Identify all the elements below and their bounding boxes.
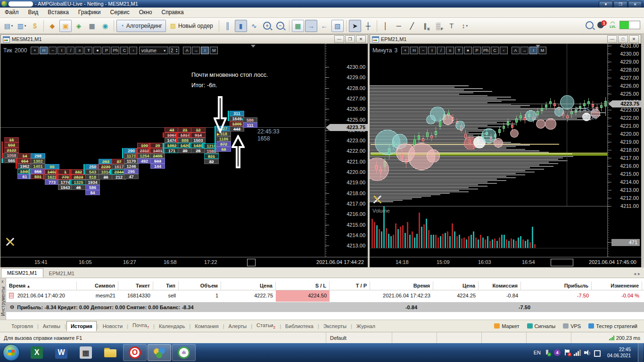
- search-icon[interactable]: [586, 21, 594, 29]
- show-desktop-button[interactable]: [638, 343, 643, 362]
- collapse-icon[interactable]: ⊖: [6, 304, 17, 310]
- column-header-6[interactable]: S / L: [276, 281, 330, 290]
- taskbar-app-opera[interactable]: O: [123, 344, 147, 361]
- candles-chart-button[interactable]: ▮: [235, 20, 247, 32]
- quick-tools-icon[interactable]: [5, 237, 15, 247]
- right-chart-toolbar-btn-M[interactable]: M: [538, 47, 546, 54]
- left-chart-toolbar-tool-+[interactable]: +: [31, 47, 39, 54]
- chart-shift-button[interactable]: ←: [318, 20, 330, 32]
- arrows-tool-button[interactable]: ↕▾: [459, 20, 471, 32]
- right-chart-toolbar-tool-−[interactable]: −: [419, 47, 427, 54]
- taskbar-app-stats[interactable]: ılı: [172, 344, 196, 361]
- right-chart-volume-pane[interactable]: Volume: [370, 206, 607, 257]
- toolbox-tab-Новости[interactable]: Новости: [99, 321, 127, 331]
- news-button[interactable]: ◈: [73, 20, 85, 32]
- network-signal-icon[interactable]: [574, 349, 580, 356]
- vps-cloud-button[interactable]: VPS: [559, 323, 585, 329]
- fibonacci-button[interactable]: ▒F: [432, 20, 445, 32]
- column-header-9[interactable]: Цена: [433, 281, 479, 290]
- right-chart-minimize-icon[interactable]: —: [607, 35, 617, 43]
- bars-chart-button[interactable]: ║: [222, 20, 234, 32]
- column-header-12[interactable]: Изменение: [592, 281, 642, 290]
- left-chart-toolbar-btn-M[interactable]: M: [210, 47, 218, 54]
- right-chart-toolbar-tool-●[interactable]: ●: [464, 47, 472, 54]
- left-chart-toolbar-tool-I[interactable]: I: [58, 47, 66, 54]
- left-chart-toolbar-tool-Ŧ[interactable]: Ŧ: [84, 47, 92, 54]
- status-profile[interactable]: Default: [326, 332, 392, 343]
- right-chart-toolbar-tool-‹[interactable]: ‹: [500, 47, 508, 54]
- toolbox-tab-Активы[interactable]: Активы: [39, 321, 64, 331]
- left-chart-toolbar-btn-→[interactable]: →: [192, 47, 200, 54]
- tab-scroll-right-icon[interactable]: ▸: [638, 271, 640, 276]
- right-chart-toolbar-tool-P[interactable]: P: [473, 47, 481, 54]
- taskbar-app-metatrader[interactable]: [148, 344, 171, 361]
- profiles-button[interactable]: ▥▾: [16, 20, 28, 32]
- trendline-button[interactable]: ╱: [406, 20, 418, 32]
- right-chart-toolbar-tool-+[interactable]: +: [401, 47, 409, 54]
- depth-of-market-button[interactable]: ◆: [46, 20, 58, 32]
- menu-item-Графики[interactable]: Графики: [74, 8, 106, 17]
- taskbar-app-word[interactable]: W: [50, 344, 73, 361]
- left-chart-close-icon[interactable]: ✕: [356, 35, 366, 43]
- left-chart-restore-icon[interactable]: ❐: [345, 35, 355, 43]
- market-button[interactable]: Маркет: [490, 323, 523, 329]
- language-indicator[interactable]: EN: [534, 350, 541, 355]
- right-chart-toolbar-tool-/[interactable]: /: [437, 47, 445, 54]
- left-chart-price-scale[interactable]: 4230.004229.004228.004227.004226.004225.…: [325, 44, 368, 257]
- menu-item-Окно[interactable]: Окно: [134, 8, 157, 17]
- network-plug-icon[interactable]: [594, 349, 600, 356]
- left-chart-toolbar-tool-Ph[interactable]: Ph: [111, 47, 119, 54]
- status-latency[interactable]: 200.23 ms: [590, 332, 644, 343]
- quick-tools-icon[interactable]: [372, 195, 382, 204]
- lvl-indicator-icon[interactable]: ◠ LVL: [610, 22, 616, 28]
- column-header-8[interactable]: Время: [370, 281, 433, 290]
- toolbox-tab-Библиотека[interactable]: Библиотека: [281, 321, 317, 331]
- column-header-4[interactable]: Объем: [179, 281, 221, 290]
- column-header-11[interactable]: Прибыль: [521, 281, 592, 290]
- column-header-2[interactable]: Тикет: [118, 281, 153, 290]
- menu-item-Вставка[interactable]: Вставка: [43, 8, 74, 17]
- market-bag-button[interactable]: ▣: [59, 20, 72, 32]
- toolbox-tab-Компания[interactable]: Компания: [191, 321, 222, 331]
- right-chart-toolbar-tool-I[interactable]: I: [428, 47, 436, 54]
- left-chart-toolbar-tool-●[interactable]: ●: [93, 47, 101, 54]
- window-tab-mesm21[interactable]: MESM21,M1: [1, 268, 43, 278]
- new-order-button[interactable]: ▨Новый ордер: [167, 20, 216, 32]
- crosshair-button[interactable]: ┼: [362, 20, 374, 32]
- action-flag-icon[interactable]: ✕: [564, 349, 570, 356]
- signals-button[interactable]: ◉: [99, 20, 111, 32]
- strategy-tester-button[interactable]: Тестер стратегий: [585, 323, 641, 329]
- left-chart-titlebar[interactable]: MESM21,M1 — ❐ ✕: [0, 34, 368, 44]
- title-bar[interactable]: - AMPGlobalEU-Live - Netting - MESM21,M1…: [0, 0, 644, 8]
- equidistant-channel-button[interactable]: ∥E: [419, 20, 431, 32]
- start-button[interactable]: [3, 344, 20, 361]
- left-chart-toolbar-btn-A[interactable]: A: [183, 47, 191, 54]
- taskbar-app-excel[interactable]: X: [25, 344, 49, 361]
- left-chart-toolbar-tool-P[interactable]: P: [102, 47, 110, 54]
- taskbar-clock[interactable]: 22:45 04.06.2021: [603, 346, 635, 359]
- right-chart-toolbar-tool-≡[interactable]: ≡: [446, 47, 454, 54]
- right-chart-close-icon[interactable]: ✕: [629, 35, 639, 43]
- right-chart-toolbar-tool-Ph[interactable]: Ph: [482, 47, 490, 54]
- right-chart-toolbar-tool-H[interactable]: H: [410, 47, 418, 54]
- right-chart-titlebar[interactable]: EPM21,M1 — □ ✕: [370, 34, 641, 44]
- right-chart-price-scale[interactable]: 4231.004230.004229.004228.004227.004226.…: [607, 44, 641, 257]
- column-header-10[interactable]: Комиссия: [479, 281, 521, 290]
- left-chart-toolbar-btn-I[interactable]: I: [201, 47, 209, 54]
- speaker-icon[interactable]: ): [584, 349, 590, 356]
- column-header-3[interactable]: Тип: [153, 281, 179, 290]
- right-chart-plot[interactable]: Минута3+H−I/≡Ŧ●PPhC‹A→IM22:45:3302:26: [370, 44, 607, 206]
- toolbox-tab-Журнал[interactable]: Журнал: [353, 321, 379, 331]
- cursor-button[interactable]: ➤: [349, 20, 361, 32]
- right-chart-toolbar-btn-A[interactable]: A: [512, 47, 520, 54]
- right-chart-toolbar-btn-→[interactable]: →: [520, 47, 528, 54]
- restore-button[interactable]: ❐: [613, 1, 627, 8]
- left-chart-toolbar-spin[interactable]: 2▲▼: [169, 47, 180, 54]
- menu-item-Справка[interactable]: Справка: [157, 8, 189, 17]
- left-chart-toolbar-volume-dropdown[interactable]: volume▼: [139, 47, 168, 54]
- signals-button[interactable]: Сигналы: [523, 323, 560, 329]
- column-header-7[interactable]: T / P: [330, 281, 370, 290]
- left-chart-toolbar-tool-C[interactable]: C: [120, 47, 128, 54]
- toolbox-close-icon[interactable]: x: [1, 279, 4, 284]
- toolbox-tab-Календарь[interactable]: Календарь: [155, 321, 189, 331]
